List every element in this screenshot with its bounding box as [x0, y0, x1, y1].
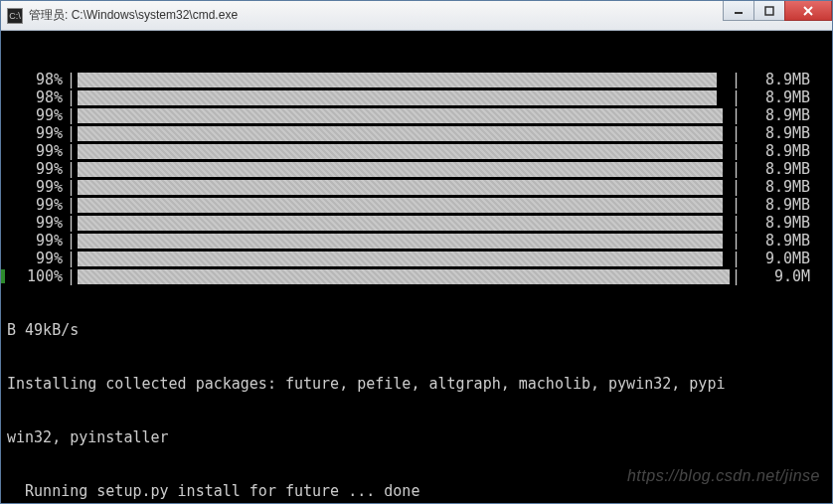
progress-percent: 99% [7, 214, 67, 232]
progress-percent: 99% [7, 232, 67, 250]
terminal-output[interactable]: 98%||8.9MB98%||8.9MB99%||8.9MB99%||8.9MB… [1, 31, 832, 503]
progress-percent: 99% [7, 196, 67, 214]
output-line: B 49kB/s [7, 321, 826, 339]
titlebar[interactable]: C:\ 管理员: C:\Windows\system32\cmd.exe [1, 1, 832, 31]
pipe-char: | [67, 106, 76, 124]
pipe-char: | [732, 267, 741, 285]
progress-bar-fill [78, 90, 717, 105]
progress-bar-remain [725, 180, 732, 195]
pipe-char: | [732, 178, 741, 196]
decorative-strip [1, 269, 5, 283]
progress-line: 99%||9.0MB [7, 250, 826, 267]
progress-size: 8.9MB [741, 71, 810, 88]
progress-percent: 99% [7, 178, 67, 196]
progress-bar-remain [725, 252, 732, 266]
progress-size: 8.9MB [741, 160, 810, 178]
progress-bar-fill [78, 108, 723, 123]
progress-bar-remain [719, 73, 732, 87]
progress-size: 8.9MB [741, 106, 810, 124]
progress-line: 99%||8.9MB [7, 124, 826, 142]
pipe-char: | [732, 196, 741, 214]
pipe-char: | [732, 142, 741, 160]
progress-bar-fill [78, 126, 723, 141]
pipe-char: | [732, 71, 741, 88]
pipe-char: | [67, 142, 76, 160]
pipe-char: | [67, 196, 76, 214]
progress-line: 99%||8.9MB [7, 178, 826, 196]
progress-bar-remain [725, 144, 732, 159]
progress-size: 8.9MB [741, 124, 810, 142]
progress-line: 99%||8.9MB [7, 160, 826, 178]
cmd-window: C:\ 管理员: C:\Windows\system32\cmd.exe 98%… [0, 0, 833, 504]
pipe-char: | [67, 124, 76, 142]
progress-line: 99%||8.9MB [7, 214, 826, 232]
progress-bar-remain [725, 216, 732, 231]
progress-size: 8.9MB [741, 232, 810, 250]
progress-percent: 99% [7, 106, 67, 124]
progress-size: 8.9MB [741, 178, 810, 196]
output-line: Installing collected packages: future, p… [7, 375, 826, 393]
progress-bar-remain [725, 162, 732, 177]
progress-bar-fill [78, 162, 723, 177]
progress-percent: 99% [7, 124, 67, 142]
progress-percent: 99% [7, 160, 67, 178]
progress-line: 99%||8.9MB [7, 196, 826, 214]
pipe-char: | [732, 88, 741, 106]
pipe-char: | [67, 232, 76, 250]
progress-block: 98%||8.9MB98%||8.9MB99%||8.9MB99%||8.9MB… [7, 71, 826, 285]
progress-size: 8.9MB [741, 196, 810, 214]
minimize-button[interactable] [723, 1, 754, 21]
progress-line: 98%||8.9MB [7, 71, 826, 88]
output-line: win32, pyinstaller [7, 428, 826, 446]
progress-bar-fill [78, 180, 723, 195]
maximize-button[interactable] [753, 1, 785, 21]
cmd-icon: C:\ [7, 8, 23, 24]
progress-bar-remain [725, 126, 732, 141]
progress-size: 8.9MB [741, 214, 810, 232]
progress-bar-remain [725, 198, 732, 213]
pipe-char: | [67, 178, 76, 196]
close-button[interactable] [784, 1, 832, 21]
pipe-char: | [732, 160, 741, 178]
progress-line: 98%||8.9MB [7, 88, 826, 106]
pipe-char: | [732, 250, 741, 267]
pipe-char: | [732, 232, 741, 250]
progress-bar-fill [78, 234, 723, 249]
progress-line: 99%||8.9MB [7, 106, 826, 124]
pipe-char: | [732, 214, 741, 232]
maximize-icon [764, 6, 774, 16]
progress-percent: 99% [7, 250, 67, 267]
progress-bar-fill [78, 198, 723, 213]
progress-bar-fill [78, 252, 723, 266]
progress-size: 9.0MB [741, 250, 810, 267]
pipe-char: | [67, 88, 76, 106]
output-line: Running setup.py install for future ... … [7, 482, 826, 500]
pipe-char: | [732, 106, 741, 124]
progress-size: 8.9MB [741, 88, 810, 106]
progress-percent: 99% [7, 142, 67, 160]
pipe-char: | [67, 160, 76, 178]
progress-size: 8.9MB [741, 142, 810, 160]
progress-percent: 98% [7, 71, 67, 88]
progress-size: 9.0M [741, 267, 810, 285]
pipe-char: | [732, 124, 741, 142]
minimize-icon [734, 6, 744, 16]
pipe-char: | [67, 267, 76, 285]
close-icon [802, 5, 814, 17]
window-title: 管理员: C:\Windows\system32\cmd.exe [29, 7, 724, 24]
progress-bar-fill [78, 269, 730, 284]
pipe-char: | [67, 214, 76, 232]
pipe-char: | [67, 250, 76, 267]
progress-line: 99%||8.9MB [7, 142, 826, 160]
window-controls [724, 1, 832, 30]
progress-line: 99%||8.9MB [7, 232, 826, 250]
progress-bar-remain [725, 234, 732, 249]
progress-percent: 98% [7, 88, 67, 106]
progress-bar-fill [78, 73, 717, 87]
progress-bar-fill [78, 216, 723, 231]
progress-bar-remain [719, 90, 732, 105]
svg-rect-1 [765, 7, 773, 15]
pipe-char: | [67, 71, 76, 88]
progress-bar-fill [78, 144, 723, 159]
progress-line: 100%||9.0M [7, 267, 826, 285]
